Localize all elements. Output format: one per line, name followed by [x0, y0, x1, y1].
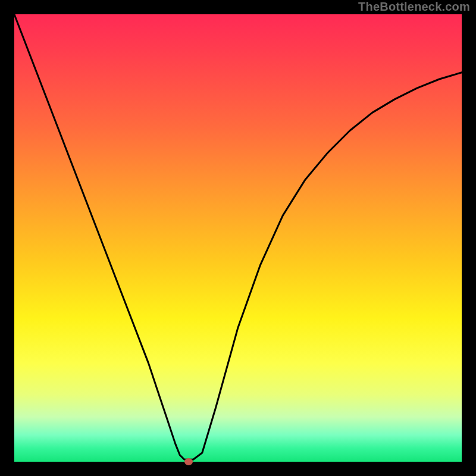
plot-area: [14, 14, 462, 462]
chart-frame: TheBottleneck.com: [0, 0, 476, 476]
curve-svg: [14, 14, 462, 462]
watermark-text: TheBottleneck.com: [358, 0, 470, 14]
bottleneck-curve: [14, 14, 462, 459]
optimal-marker: [184, 458, 193, 465]
